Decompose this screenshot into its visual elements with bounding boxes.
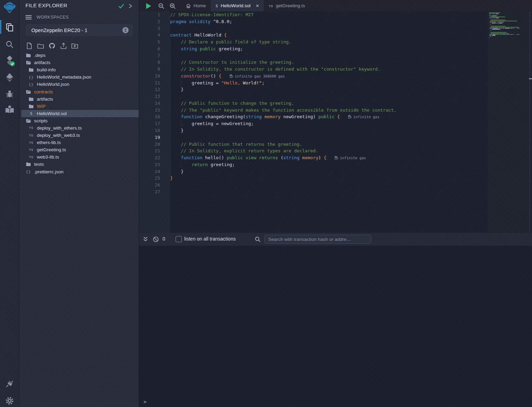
workspaces-menu-icon[interactable] <box>25 15 32 20</box>
workspace-select[interactable]: OpenZeppelin ERC20 - 1 <box>25 24 133 36</box>
code-line-21[interactable]: // In Solidity, explicit return types ar… <box>170 147 488 154</box>
line-number-8: 8 <box>139 59 170 66</box>
code-line-27[interactable] <box>170 189 488 195</box>
code-line-23[interactable]: return greeting; <box>170 161 488 168</box>
code-editor[interactable]: 1234567891011121314151617181920212223242… <box>139 11 532 233</box>
new-file-icon[interactable] <box>25 42 33 50</box>
line-number-26: 26 <box>139 182 170 189</box>
search-icon[interactable] <box>0 38 19 51</box>
debugger-icon[interactable] <box>0 87 19 101</box>
tree-item-build-info[interactable]: build-info <box>21 66 139 73</box>
code-line-12[interactable]: } <box>170 86 488 93</box>
tab-HelloWorld.sol[interactable]: SHelloWorld.sol✕ <box>211 0 264 11</box>
folder-open-icon <box>25 119 31 123</box>
line-number-25: 25 <box>139 175 170 182</box>
scrollbar-sash[interactable] <box>529 78 532 79</box>
learn-icon[interactable] <box>0 103 19 116</box>
line-number-21: 21 <box>139 147 170 154</box>
code-line-8[interactable]: // Constructor to initialize the greetin… <box>170 59 488 66</box>
run-script-play-icon[interactable] <box>145 2 152 10</box>
code-line-4[interactable]: contract HelloWorld { <box>170 32 488 39</box>
code-line-6[interactable]: string public greeting; <box>170 45 488 52</box>
code-line-3[interactable] <box>170 25 488 32</box>
editor-code[interactable]: // SPDX-License-Identifier: MITpragma so… <box>170 11 488 233</box>
tree-item-deploy_with_ethers.ts[interactable]: TSdeploy_with_ethers.ts <box>21 124 139 132</box>
tree-item-label: contracts <box>34 89 53 94</box>
folder-icon <box>25 162 31 166</box>
tree-item-artifacts[interactable]: artifacts <box>21 95 139 103</box>
line-number-18: 18 <box>139 127 170 134</box>
zoom-out-icon[interactable] <box>157 2 165 10</box>
code-line-24[interactable]: } <box>170 168 488 175</box>
code-line-18[interactable]: } <box>170 127 488 134</box>
ts-icon: TS <box>28 148 34 152</box>
upload-file-icon[interactable] <box>60 42 67 50</box>
tree-item-contracts[interactable]: contracts <box>21 88 139 95</box>
line-number-13: 13 <box>139 93 170 100</box>
panel-chevron-right-icon[interactable] <box>128 3 132 9</box>
code-line-13[interactable] <box>170 93 488 100</box>
tab-close-icon[interactable]: ✕ <box>255 3 259 8</box>
tree-item-artifacts[interactable]: artifacts <box>21 59 139 66</box>
code-line-20[interactable]: // Public function that returns the gree… <box>170 141 488 148</box>
code-line-16[interactable]: function changeGreeting(string memory ne… <box>170 113 488 120</box>
code-line-2[interactable]: pragma solidity ^0.8.0; <box>170 18 488 25</box>
code-line-22[interactable]: function hello() public view returns (st… <box>170 154 488 161</box>
tree-item-label: tests <box>34 162 44 167</box>
upload-folder-icon[interactable] <box>71 42 79 50</box>
code-line-17[interactable]: greeting = newGreeting; <box>170 120 488 127</box>
code-line-9[interactable]: // In Solidity, the constructor is defin… <box>170 66 488 73</box>
tree-item-label: HelloWorld.sol <box>37 111 67 116</box>
tree-item-label: ethers-lib.ts <box>37 140 61 145</box>
code-line-1[interactable]: // SPDX-License-Identifier: MIT <box>170 11 488 18</box>
tree-item-getGreeting.ts[interactable]: TSgetGreeting.ts <box>21 146 139 153</box>
tree-item-HelloWorld_metadata.json[interactable]: {}HelloWorld_metadata.json <box>21 73 139 81</box>
tree-item-web3-lib.ts[interactable]: TSweb3-lib.ts <box>21 153 139 161</box>
tree-item-label: web3-lib.ts <box>37 154 59 160</box>
terminal-output[interactable]: > <box>139 246 532 407</box>
code-line-15[interactable]: // The "public" keyword makes the functi… <box>170 107 488 114</box>
settings-gear-icon[interactable] <box>0 394 19 407</box>
tree-item-label: HelloWorld.json <box>37 82 69 87</box>
tree-item-label: scripts <box>34 118 48 123</box>
deploy-run-icon[interactable] <box>0 71 19 84</box>
zoom-in-icon[interactable] <box>169 2 176 10</box>
tab-Home[interactable]: Home <box>181 0 211 11</box>
tree-item-scripts[interactable]: scripts <box>21 117 139 124</box>
file-explorer-icon[interactable] <box>0 21 19 34</box>
code-line-5[interactable]: // Declare a public field of type string… <box>170 39 488 45</box>
clone-github-icon[interactable] <box>48 42 56 50</box>
gas-estimate: infinite gas 368600 gas <box>230 74 285 78</box>
terminal-search-input[interactable] <box>264 235 371 244</box>
tree-item-tests[interactable]: tests <box>21 161 139 168</box>
home-icon <box>186 3 191 8</box>
code-line-26[interactable] <box>170 182 488 189</box>
code-line-14[interactable]: // Public function to change the greetin… <box>170 100 488 107</box>
tree-item-deploy_with_web3.ts[interactable]: TSdeploy_with_web3.ts <box>21 132 139 139</box>
line-number-2: 2 <box>139 18 170 25</box>
tree-item-.deps[interactable]: .deps <box>21 52 139 59</box>
listen-transactions-checkbox[interactable] <box>176 236 182 242</box>
code-line-11[interactable]: greeting = "Hello, World!"; <box>170 80 488 87</box>
tree-item-WIP[interactable]: WIP <box>21 103 139 110</box>
folder-icon <box>28 68 34 72</box>
tree-item-label: build-info <box>37 67 56 72</box>
code-line-10[interactable]: constructor() {infinite gas 368600 gas <box>170 73 488 80</box>
code-line-25[interactable]: } <box>170 175 488 182</box>
line-number-14: 14 <box>139 100 170 107</box>
tree-item-HelloWorld.json[interactable]: {}HelloWorld.json <box>21 81 139 88</box>
workspace-ok-check-icon[interactable] <box>118 3 124 9</box>
terminal-collapse-icon[interactable] <box>142 236 149 243</box>
code-line-7[interactable] <box>170 52 488 59</box>
new-folder-icon[interactable] <box>37 42 44 50</box>
solidity-compiler-icon[interactable] <box>0 54 19 68</box>
line-number-12: 12 <box>139 86 170 93</box>
tree-item-ethers-lib.ts[interactable]: TSethers-lib.ts <box>21 139 139 146</box>
plugin-manager-icon[interactable] <box>0 377 19 391</box>
clear-console-icon[interactable] <box>152 236 159 243</box>
tree-item-HelloWorld.sol[interactable]: SHelloWorld.sol <box>21 110 139 117</box>
tree-item-.prettierrc.json[interactable]: {}.prettierrc.json <box>21 168 139 175</box>
code-line-19[interactable] <box>170 134 488 141</box>
editor-minimap[interactable] <box>488 11 530 233</box>
tab-getGreeting.ts[interactable]: TSgetGreeting.ts <box>264 0 310 11</box>
